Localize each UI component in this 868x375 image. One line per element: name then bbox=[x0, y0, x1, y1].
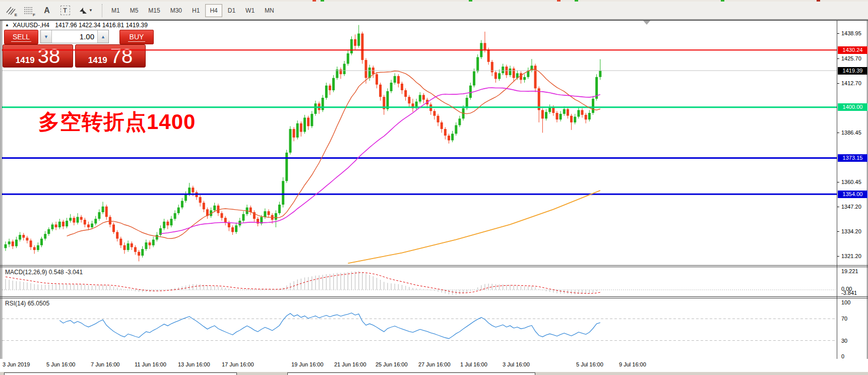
minimized-windows-strip bbox=[0, 372, 868, 375]
price-tick-mark bbox=[837, 83, 839, 84]
date-label: 7 Jun 16:00 bbox=[91, 361, 120, 367]
date-label: 5 Jul 16:00 bbox=[576, 361, 603, 367]
timeframe-button-MN[interactable]: MN bbox=[260, 4, 279, 17]
minimized-window-tab[interactable] bbox=[287, 372, 535, 375]
timeframe-button-W1[interactable]: W1 bbox=[241, 4, 259, 17]
toolbar-separator bbox=[102, 4, 102, 17]
icon-subscript: F bbox=[33, 13, 35, 17]
date-label: 25 Jun 16:00 bbox=[376, 361, 408, 367]
chevron-down-icon: ▼ bbox=[89, 8, 93, 13]
rsi-axis-label: 30 bbox=[841, 338, 847, 344]
price-tick-label: 1386.45 bbox=[841, 130, 861, 136]
price-tick-mark bbox=[837, 33, 839, 34]
price-tick-label: 1334.20 bbox=[841, 228, 861, 235]
date-label: 27 Jun 16:00 bbox=[418, 361, 451, 367]
macd-axis-label: -3.841 bbox=[841, 290, 857, 296]
price-badge: 1354.00 bbox=[838, 191, 867, 198]
price-tick-label: 1425.70 bbox=[841, 55, 861, 62]
date-label: 9 Jul 16:00 bbox=[619, 361, 646, 367]
rsi-axis-label: 100 bbox=[841, 299, 850, 305]
trading-terminal: E F A T ▼ M1M5M15M30H1H4D1W1MN bbox=[0, 0, 868, 375]
chart-shift-marker-icon[interactable] bbox=[643, 21, 650, 25]
timeframe-button-M5[interactable]: M5 bbox=[126, 4, 143, 17]
fibonacci-icon[interactable]: F bbox=[21, 4, 36, 17]
price-tick-label: 1347.20 bbox=[841, 204, 861, 210]
price-badge: 1419.39 bbox=[838, 67, 867, 75]
price-tick-mark bbox=[837, 207, 839, 207]
main-chart[interactable] bbox=[2, 21, 837, 265]
timeframe-button-M1[interactable]: M1 bbox=[107, 4, 125, 17]
date-label: 3 Jul 16:00 bbox=[503, 361, 530, 367]
timeframe-button-H4[interactable]: H4 bbox=[205, 4, 222, 17]
text-label-icon[interactable]: A bbox=[39, 4, 54, 17]
price-tick-label: 1438.95 bbox=[841, 30, 861, 37]
text-box-icon[interactable]: T bbox=[57, 4, 73, 17]
date-label: 21 Jun 16:00 bbox=[334, 361, 366, 367]
chart-toolbar: E F A T ▼ M1M5M15M30H1H4D1W1MN bbox=[0, 2, 868, 20]
pane-separator[interactable] bbox=[0, 296, 868, 297]
timeframe-button-H1[interactable]: H1 bbox=[188, 4, 204, 17]
price-badge: 1373.15 bbox=[838, 154, 867, 162]
date-label: 19 Jun 16:00 bbox=[291, 361, 324, 367]
date-label: 3 Jun 2019 bbox=[3, 361, 30, 367]
timeframe-button-D1[interactable]: D1 bbox=[223, 4, 240, 17]
price-tick-label: 1321.20 bbox=[841, 253, 861, 260]
price-tick-mark bbox=[837, 231, 839, 232]
price-tick-mark bbox=[837, 182, 839, 182]
price-badge: 1400.00 bbox=[838, 103, 867, 111]
macd-axis-label: 19.221 bbox=[841, 268, 858, 274]
date-axis: 3 Jun 20195 Jun 16:007 Jun 16:0011 Jun 1… bbox=[0, 359, 868, 372]
minimized-window-tab[interactable] bbox=[4, 372, 237, 375]
window-border-left-outer bbox=[0, 20, 1, 372]
rsi-axis-label: 70 bbox=[841, 316, 847, 322]
date-label: 17 Jun 16:00 bbox=[222, 361, 254, 367]
date-label: 11 Jun 16:00 bbox=[135, 361, 166, 367]
price-tick-label: 1360.45 bbox=[841, 179, 861, 185]
price-badge: 1430.24 bbox=[838, 46, 867, 54]
price-tick-mark bbox=[837, 58, 839, 59]
date-label: 5 Jun 16:00 bbox=[46, 361, 76, 367]
price-axis: 1438.951425.701412.701386.451360.451347.… bbox=[837, 0, 868, 375]
price-tick-label: 1412.70 bbox=[841, 80, 861, 87]
date-label: 13 Jun 16:00 bbox=[178, 361, 210, 367]
timeframe-button-M15[interactable]: M15 bbox=[144, 4, 164, 17]
equidistant-channel-icon[interactable]: E bbox=[3, 4, 18, 17]
timeframe-buttons: M1M5M15M30H1H4D1W1MN bbox=[106, 4, 279, 17]
icon-subscript: E bbox=[15, 13, 17, 17]
price-tick-mark bbox=[837, 256, 839, 257]
pane-separator[interactable] bbox=[0, 265, 868, 266]
rsi-pane[interactable] bbox=[2, 298, 837, 359]
arrows-shapes-icon[interactable]: ▼ bbox=[76, 4, 96, 17]
rsi-label: RSI(14) 65.0505 bbox=[5, 300, 49, 307]
macd-label: MACD(12,26,9) 0.548 -3.041 bbox=[5, 269, 83, 276]
price-tick-mark bbox=[837, 133, 839, 133]
macd-pane[interactable] bbox=[2, 267, 837, 296]
timeframe-button-M30[interactable]: M30 bbox=[166, 4, 187, 17]
date-label: 1 Jul 16:00 bbox=[460, 361, 487, 367]
